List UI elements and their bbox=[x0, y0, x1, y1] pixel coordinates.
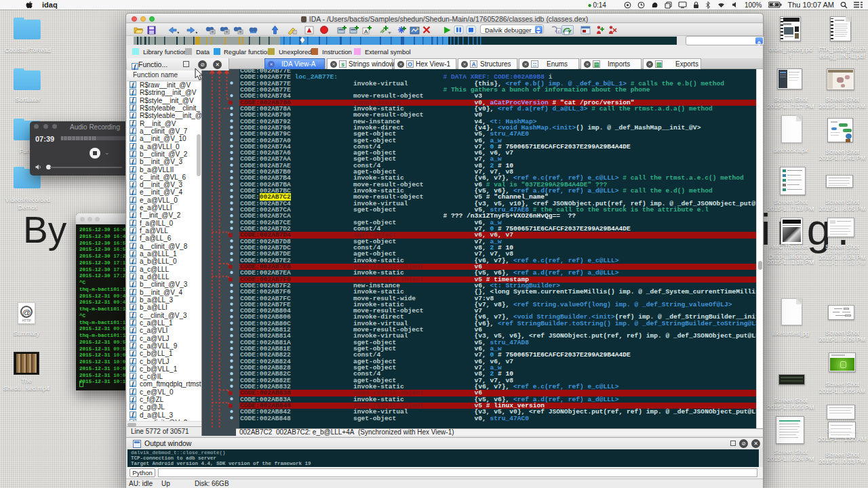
svg-text:A: A bbox=[364, 28, 368, 35]
svg-text:c: c bbox=[558, 29, 560, 33]
